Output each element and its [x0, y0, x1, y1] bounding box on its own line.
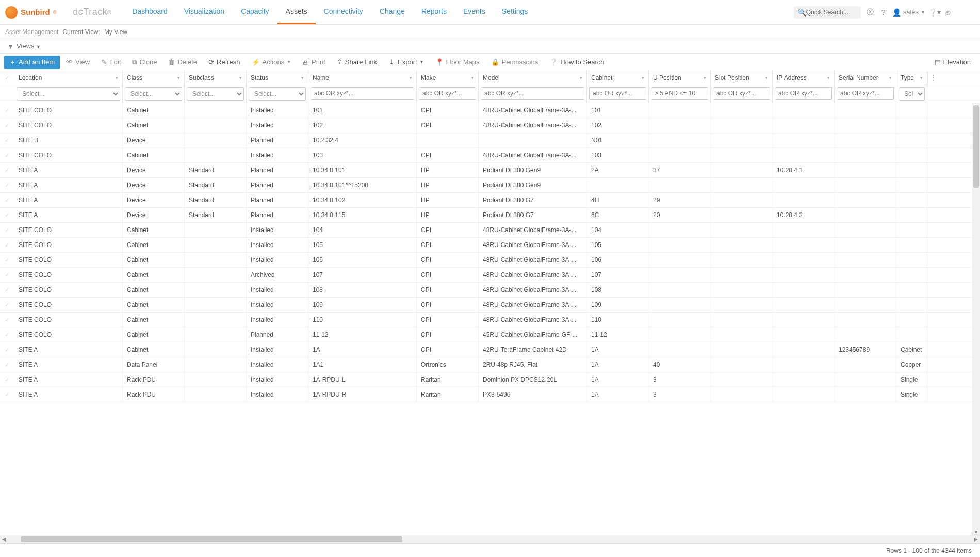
table-row[interactable]: ✓SITE AData PanelInstalled1A1Ortronics2R…	[0, 357, 980, 372]
tab-dashboard[interactable]: Dashboard	[124, 0, 176, 24]
row-checkbox[interactable]: ✓	[0, 182, 14, 189]
filter-select-loc[interactable]: Select...	[17, 87, 120, 101]
add-item-button[interactable]: ＋Add an Item	[4, 56, 60, 69]
filter-select-cls[interactable]: Select...	[125, 87, 182, 101]
col-header-mod[interactable]: Model▾	[479, 71, 587, 85]
filter-select-typ[interactable]: Select...	[899, 87, 925, 101]
scroll-thumb[interactable]	[973, 105, 979, 188]
user-menu[interactable]: 👤 sales ▼	[893, 8, 925, 17]
filter-input-ip[interactable]	[775, 87, 832, 100]
vertical-scrollbar[interactable]: ▲ ▼	[972, 103, 980, 535]
col-header-ser[interactable]: Serial Number▾	[835, 71, 896, 85]
filter-input-ser[interactable]	[837, 87, 894, 100]
row-checkbox[interactable]: ✓	[0, 152, 14, 159]
row-checkbox[interactable]: ✓	[0, 256, 14, 264]
table-row[interactable]: ✓SITE ARack PDUInstalled1A-RPDU-LRaritan…	[0, 372, 980, 387]
table-row[interactable]: ✓SITE ADeviceStandardPlanned10.34.0.101H…	[0, 163, 980, 178]
filter-input-upo[interactable]	[651, 87, 708, 100]
tab-assets[interactable]: Assets	[277, 0, 316, 24]
col-header-ip[interactable]: IP Address▾	[773, 71, 835, 85]
table-row[interactable]: ✓SITE COLOCabinetPlanned11-12CPI45RU-Cab…	[0, 327, 980, 342]
scroll-left-arrow[interactable]: ◀	[0, 536, 8, 542]
table-row[interactable]: ✓SITE COLOCabinetInstalled101CPI48RU-Cab…	[0, 103, 980, 118]
elevation-button[interactable]: ▤Elevation	[929, 56, 976, 68]
filter-input-cab[interactable]	[589, 87, 646, 100]
tab-change[interactable]: Change	[371, 0, 413, 24]
filter-mak[interactable]	[417, 85, 479, 103]
row-checkbox[interactable]: ✓	[0, 346, 14, 353]
table-row[interactable]: ✓SITE ACabinetInstalled1ACPI42RU-TeraFra…	[0, 342, 980, 357]
help-circle-icon[interactable]: ?	[879, 8, 888, 17]
table-row[interactable]: ✓SITE COLOCabinetInstalled106CPI48RU-Cab…	[0, 253, 980, 268]
filter-slo[interactable]	[711, 85, 773, 103]
export-button[interactable]: ⭳Export ▼	[383, 56, 429, 68]
table-row[interactable]: ✓SITE COLOCabinetInstalled102CPI48RU-Cab…	[0, 118, 980, 133]
search-input[interactable]	[806, 9, 857, 16]
filter-select-sta[interactable]: Select...	[249, 87, 306, 101]
tab-events[interactable]: Events	[455, 0, 494, 24]
col-header-sub[interactable]: Subclass▾	[185, 71, 247, 85]
table-row[interactable]: ✓SITE COLOCabinetInstalled109CPI48RU-Cab…	[0, 298, 980, 313]
tab-settings[interactable]: Settings	[494, 0, 536, 24]
delete-button[interactable]: 🗑Delete	[163, 56, 202, 68]
filter-ip[interactable]	[773, 85, 835, 103]
column-menu-button[interactable]: ⋮	[927, 71, 938, 85]
filter-nam[interactable]	[308, 85, 417, 103]
filter-ser[interactable]	[835, 85, 896, 103]
table-row[interactable]: ✓SITE ADeviceStandardPlanned10.34.0.115H…	[0, 208, 980, 223]
select-all-checkbox[interactable]: ✓	[0, 71, 14, 85]
col-header-mak[interactable]: Make▾	[417, 71, 479, 85]
tab-capacity[interactable]: Capacity	[233, 0, 277, 24]
floor-maps-button[interactable]: 📍Floor Maps	[430, 56, 485, 68]
scroll-right-arrow[interactable]: ▶	[972, 536, 980, 542]
table-row[interactable]: ✓SITE ADeviceStandardPlanned10.34.0.102H…	[0, 193, 980, 208]
filter-mod[interactable]	[479, 85, 587, 103]
table-row[interactable]: ✓SITE COLOCabinetArchived107CPI48RU-Cabi…	[0, 268, 980, 283]
col-header-loc[interactable]: Location▾	[14, 71, 123, 85]
row-checkbox[interactable]: ✓	[0, 391, 14, 398]
col-header-nam[interactable]: Name▾	[308, 71, 417, 85]
filter-upo[interactable]	[649, 85, 711, 103]
filter-sta[interactable]: Select...	[247, 85, 308, 103]
col-header-typ[interactable]: Type▾	[896, 71, 927, 85]
filter-input-slo[interactable]	[713, 87, 770, 100]
print-button[interactable]: 🖨Print	[297, 56, 331, 68]
filter-typ[interactable]: Select...	[896, 85, 927, 103]
table-row[interactable]: ✓SITE BDevicePlanned10.2.32.4N01	[0, 133, 980, 148]
row-checkbox[interactable]: ✓	[0, 286, 14, 293]
grid-body[interactable]: ✓SITE COLOCabinetInstalled101CPI48RU-Cab…	[0, 103, 980, 535]
table-row[interactable]: ✓SITE ADeviceStandardPlanned10.34.0.101^…	[0, 178, 980, 193]
logout-icon[interactable]: ⎋	[944, 8, 952, 17]
row-checkbox[interactable]: ✓	[0, 107, 14, 114]
row-checkbox[interactable]: ✓	[0, 376, 14, 383]
row-checkbox[interactable]: ✓	[0, 331, 14, 338]
hscroll-thumb[interactable]	[21, 536, 402, 542]
permissions-button[interactable]: 🔒Permissions	[486, 56, 544, 68]
filter-cls[interactable]: Select...	[123, 85, 185, 103]
views-button[interactable]: Views ▼	[17, 42, 41, 50]
filter-input-mod[interactable]	[481, 87, 584, 100]
col-header-upo[interactable]: U Position▾	[649, 71, 711, 85]
row-checkbox[interactable]: ✓	[0, 137, 14, 144]
clone-button[interactable]: ⧉Clone	[127, 56, 162, 69]
view-button[interactable]: 👁View	[61, 56, 95, 68]
col-header-cab[interactable]: Cabinet▾	[587, 71, 649, 85]
actions-button[interactable]: ⚡Actions ▼	[247, 56, 297, 68]
row-checkbox[interactable]: ✓	[0, 211, 14, 219]
filter-select-sub[interactable]: Select...	[187, 87, 244, 101]
col-header-sta[interactable]: Status▾	[247, 71, 308, 85]
avatar[interactable]	[960, 5, 975, 20]
row-checkbox[interactable]: ✓	[0, 196, 14, 204]
row-checkbox[interactable]: ✓	[0, 122, 14, 129]
col-header-cls[interactable]: Class▾	[123, 71, 185, 85]
table-row[interactable]: ✓SITE COLOCabinetInstalled110CPI48RU-Cab…	[0, 313, 980, 327]
row-checkbox[interactable]: ✓	[0, 301, 14, 308]
filter-sub[interactable]: Select...	[185, 85, 247, 103]
clear-icon[interactable]: ⓧ	[866, 8, 874, 17]
horizontal-scrollbar[interactable]: ◀ ▶	[0, 535, 980, 543]
table-row[interactable]: ✓SITE COLOCabinetInstalled108CPI48RU-Cab…	[0, 283, 980, 298]
col-header-slo[interactable]: Slot Position▾	[711, 71, 773, 85]
help-icon[interactable]: ❔▾	[930, 8, 939, 17]
table-row[interactable]: ✓SITE ARack PDUInstalled1A-RPDU-RRaritan…	[0, 387, 980, 402]
tab-connectivity[interactable]: Connectivity	[316, 0, 371, 24]
